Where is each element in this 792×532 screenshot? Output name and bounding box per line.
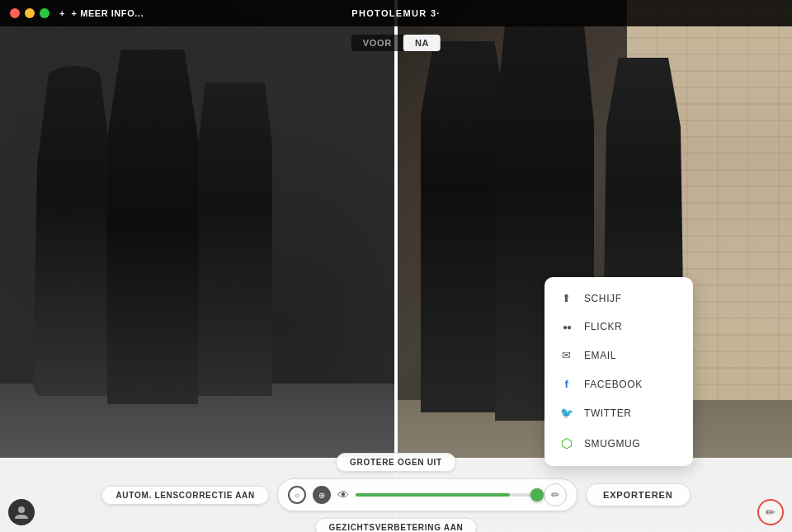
export-disk-item[interactable]: ⬆ SCHIJF [544,284,693,313]
email-icon: ✉ [559,349,574,361]
export-twitter-label: TWITTER [584,407,632,419]
export-flickr-label: FLICKR [584,321,622,332]
plus-icon: + [59,8,65,18]
edit-icon-small[interactable]: ✏ [544,483,567,506]
edit-pencil-button[interactable]: ✏ [757,499,784,525]
main-view: + + MEER INFO... PHOTOLEMUR 3· VOOR NA ⬆… [0,0,792,532]
export-twitter-item[interactable]: 🐦 TWITTER [544,398,693,427]
eye-icon[interactable]: 👁 [337,488,349,501]
disk-icon: ⬆ [559,292,574,304]
top-bar: + + MEER INFO... PHOTOLEMUR 3· [0,0,792,26]
circle-icon-left[interactable]: ○ [288,486,306,504]
before-button[interactable]: VOOR [351,35,403,51]
export-dropdown: ⬆ SCHIJF ●● FLICKR ✉ EMAIL f FACEBOOK 🐦 … [544,277,693,466]
face-enhance-button[interactable]: GEZICHTSVERBETERING AAN [315,518,478,532]
export-email-item[interactable]: ✉ EMAIL [544,341,693,370]
toolbar-row-3: GEZICHTSVERBETERING AAN [315,518,478,532]
export-button[interactable]: EXPORTEREN [586,483,691,506]
export-facebook-item[interactable]: f FACEBOOK [544,370,693,398]
after-button[interactable]: NA [403,35,441,51]
toolbar-row-1: GROTERE OGEN UIT [336,453,456,472]
circle-icon-mid[interactable]: ⊕ [313,486,331,504]
slider-fill [356,493,510,497]
traffic-lights [10,8,50,18]
avatar[interactable] [8,499,35,525]
smugmug-icon: ⬡ [559,435,574,451]
flickr-icon: ●● [559,322,574,332]
export-disk-label: SCHIJF [584,293,622,304]
export-smugmug-item[interactable]: ⬡ SMUGMUG [544,427,693,459]
export-smugmug-label: SMUGMUG [584,438,640,450]
more-info-button[interactable]: + + MEER INFO... [59,8,144,18]
svg-point-0 [18,506,25,513]
minimize-button[interactable] [25,8,35,18]
facebook-icon: f [559,378,574,390]
export-flickr-item[interactable]: ●● FLICKR [544,313,693,341]
twitter-icon: 🐦 [559,407,574,419]
adjustment-slider-container: ○ ⊕ 👁 ✏ [277,478,578,511]
bigger-eyes-button[interactable]: GROTERE OGEN UIT [336,453,456,472]
export-email-label: EMAIL [584,350,616,361]
app-title: PHOTOLEMUR 3· [351,8,440,18]
more-info-label: + MEER INFO... [72,8,144,18]
user-icon [13,504,30,520]
export-facebook-label: FACEBOOK [584,379,643,390]
toolbar-row-2: AUTOM. LENSCORRECTIE AAN ○ ⊕ 👁 ✏ EXPORTE… [101,478,690,511]
slider-thumb[interactable] [530,488,544,501]
maximize-button[interactable] [40,8,50,18]
bottom-toolbar: GROTERE OGEN UIT AUTOM. LENSCORRECTIE AA… [0,458,792,532]
before-after-toggle: VOOR NA [351,35,441,51]
close-button[interactable] [10,8,20,18]
slider-track[interactable] [356,493,537,497]
auto-lens-button[interactable]: AUTOM. LENSCORRECTIE AAN [101,486,268,505]
